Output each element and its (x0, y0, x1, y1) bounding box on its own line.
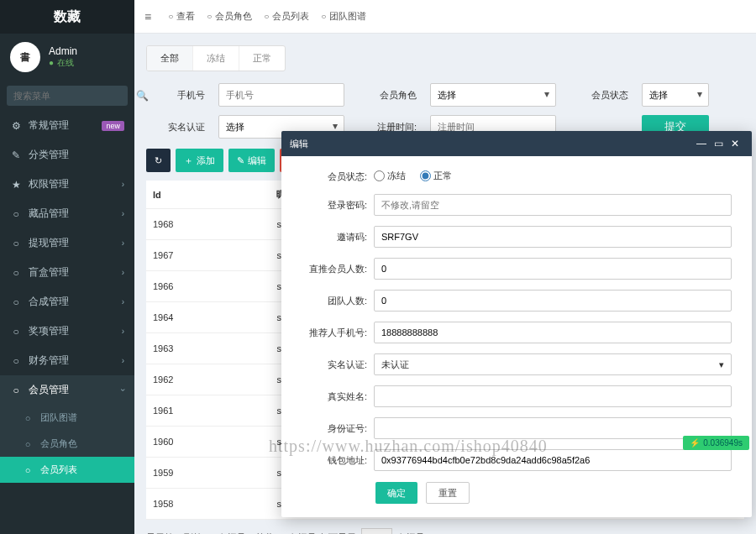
chevron-right-icon: › (122, 238, 124, 248)
filter-state-select[interactable] (642, 83, 709, 107)
chevron-right-icon: › (122, 268, 124, 277)
top-tab[interactable]: 查看 (168, 10, 195, 23)
filter-role-select[interactable] (430, 83, 556, 107)
sidebar-item[interactable]: ○盲盒管理› (0, 258, 134, 287)
user-name: Admin (49, 45, 77, 57)
hamburger-icon[interactable]: ≡ (144, 10, 151, 24)
menu-label: 常规管理 (29, 118, 69, 133)
top-tab[interactable]: 会员列表 (264, 10, 309, 23)
chevron-right-icon: › (122, 209, 124, 218)
table-header[interactable]: Id (146, 181, 270, 209)
refresh-button[interactable]: ↻ (146, 149, 171, 172)
close-icon[interactable]: ✕ (727, 138, 743, 149)
filter-state-label: 会员状态 (570, 89, 628, 102)
maximize-icon[interactable]: ▭ (710, 138, 727, 149)
team-input[interactable] (374, 290, 732, 312)
edit-button[interactable]: ✎编辑 (228, 149, 275, 172)
menu-label: 会员管理 (29, 383, 69, 397)
search-input[interactable] (7, 86, 136, 106)
chevron-down-icon: ▾ (719, 359, 724, 370)
direct-input[interactable] (374, 258, 732, 280)
sidebar-item[interactable]: ○藏品管理› (0, 199, 134, 228)
sidebar-item[interactable]: ○会员管理› (0, 375, 134, 405)
sidebar: 数藏 書 Admin 在线 🔍 ⚙常规管理new✎分类管理★权限管理›○藏品管理… (0, 0, 134, 534)
realname-input[interactable] (374, 385, 732, 407)
sidebar-search[interactable]: 🔍 (7, 86, 128, 106)
pwd-input[interactable] (374, 194, 732, 216)
sidebar-item[interactable]: ★权限管理› (0, 170, 134, 199)
circle-icon: ○ (22, 439, 34, 449)
circle-icon: ○ (22, 465, 34, 475)
avatar: 書 (10, 42, 40, 72)
wallet-label: 钱包地址: (302, 454, 374, 467)
sidebar-menu: ⚙常规管理new✎分类管理★权限管理›○藏品管理›○提现管理›○盲盒管理›○合成… (0, 111, 134, 483)
idcard-input[interactable] (374, 417, 732, 439)
menu-label: 权限管理 (29, 177, 69, 191)
badge-new: new (102, 121, 124, 131)
sidebar-item[interactable]: ✎分类管理 (0, 140, 134, 170)
chevron-right-icon: › (122, 327, 124, 336)
chevron-right-icon: › (122, 356, 124, 365)
menu-label: 盲盒管理 (29, 265, 69, 280)
app-logo: 数藏 (0, 0, 134, 34)
realname-label: 真实姓名: (302, 390, 374, 403)
pager-perpage[interactable]: 10 (361, 528, 392, 534)
code-label: 邀请码: (302, 231, 374, 243)
chevron-right-icon: › (122, 180, 124, 189)
sidebar-subitem[interactable]: ○ 会员列表 (0, 457, 134, 483)
cert-select[interactable]: 未认证▾ (374, 353, 732, 375)
code-input[interactable] (374, 226, 732, 248)
cert-label: 实名认证: (302, 359, 374, 371)
minimize-icon[interactable]: — (693, 138, 710, 149)
ok-button[interactable]: 确定 (375, 482, 417, 504)
chevron-right-icon: › (122, 297, 124, 306)
sidebar-item[interactable]: ○奖项管理› (0, 317, 134, 346)
filter-phone-input[interactable] (218, 83, 344, 107)
sidebar-subitem[interactable]: ○ 会员角色 (0, 431, 134, 457)
modal-footer: 确定 重置 (281, 475, 752, 517)
status-tabs: 全部冻结正常 (146, 45, 286, 71)
ref-label: 推荐人手机号: (302, 327, 374, 339)
status-label: 会员状态: (302, 170, 374, 183)
wallet-input[interactable] (374, 449, 732, 471)
top-tabs: ≡ 查看会员角色会员列表团队图谱 (134, 0, 756, 34)
direct-label: 直推会员人数: (302, 263, 374, 275)
perf-badge: 0.036949s (683, 436, 749, 450)
team-label: 团队人数: (302, 295, 374, 307)
sidebar-item[interactable]: ○合成管理› (0, 287, 134, 317)
menu-label: 合成管理 (29, 295, 69, 309)
menu-label: 藏品管理 (29, 207, 69, 221)
menu-label: 奖项管理 (29, 324, 69, 338)
radio-freeze[interactable]: 冻结 (374, 170, 406, 182)
menu-label: 分类管理 (29, 148, 69, 162)
sidebar-item[interactable]: ⚙常规管理new (0, 111, 134, 140)
modal-header[interactable]: 编辑 — ▭ ✕ (281, 131, 752, 156)
pwd-label: 登录密码: (302, 199, 374, 212)
menu-icon: ○ (10, 385, 22, 396)
circle-icon: ○ (22, 413, 34, 423)
sidebar-item[interactable]: ○财务管理› (0, 346, 134, 375)
menu-icon: ○ (10, 326, 22, 338)
reset-button[interactable]: 重置 (426, 482, 470, 504)
filter-cert-label: 实名认证 (146, 121, 205, 134)
status-tab[interactable]: 冻结 (192, 46, 239, 71)
status-tab[interactable]: 全部 (147, 46, 192, 71)
status-tab[interactable]: 正常 (239, 46, 285, 71)
menu-icon: ○ (10, 267, 22, 279)
pager-tail: 条记录 (397, 531, 425, 535)
radio-normal[interactable]: 正常 (420, 170, 452, 182)
sidebar-subitem[interactable]: ○ 团队图谱 (0, 405, 134, 431)
ref-input[interactable] (374, 322, 732, 343)
modal-title: 编辑 (290, 138, 308, 150)
sidebar-item[interactable]: ○提现管理› (0, 228, 134, 258)
filter-role-label: 会员角色 (358, 89, 417, 102)
menu-icon: ○ (10, 238, 22, 249)
menu-icon: ✎ (10, 149, 22, 161)
menu-label: 财务管理 (29, 353, 69, 368)
user-status: 在线 (49, 57, 77, 69)
top-tab[interactable]: 团队图谱 (321, 10, 366, 23)
top-tab[interactable]: 会员角色 (207, 10, 252, 23)
chevron-right-icon: › (118, 389, 128, 391)
add-button[interactable]: ＋添加 (176, 149, 223, 172)
user-panel: 書 Admin 在线 (0, 34, 134, 81)
